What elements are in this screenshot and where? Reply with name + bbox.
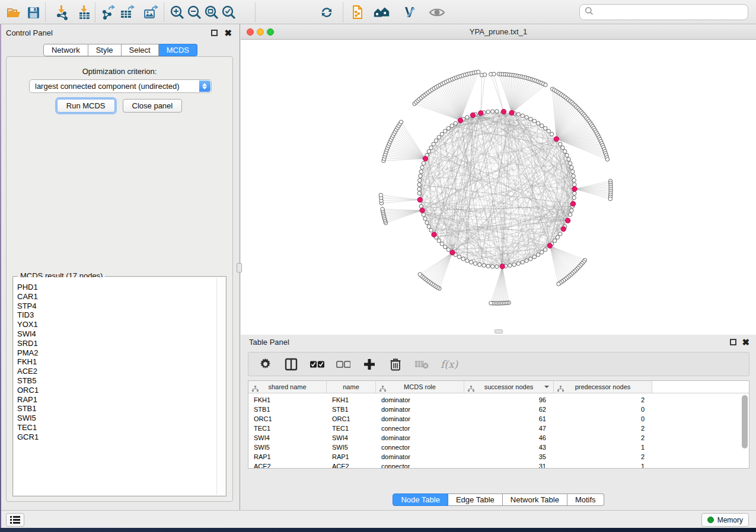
- column-header-successor-nodes[interactable]: successor nodes: [464, 381, 554, 393]
- ndex-houses-icon[interactable]: [373, 4, 391, 21]
- table-panel: Table Panel ✖ f(x): [241, 335, 756, 510]
- open-file-icon[interactable]: [5, 4, 23, 21]
- mcds-result-item[interactable]: YOX1: [14, 320, 225, 329]
- mcds-result-item[interactable]: TID3: [14, 310, 225, 320]
- mcds-result-item[interactable]: TEC1: [14, 423, 225, 432]
- table-row[interactable]: FKH1 FKH1 dominator 96 2: [248, 395, 749, 405]
- column-header-shared-name[interactable]: shared name: [248, 381, 327, 393]
- tab-mcds[interactable]: MCDS: [159, 44, 197, 56]
- task-history-button[interactable]: [6, 513, 24, 527]
- cell-successor-nodes: 35: [464, 452, 554, 462]
- function-builder-icon[interactable]: f(x): [441, 358, 458, 370]
- mcds-result-item[interactable]: CAR1: [14, 292, 225, 302]
- memory-button[interactable]: Memory: [701, 513, 749, 527]
- mcds-result-item[interactable]: GCR1: [14, 432, 225, 442]
- tab-node-table[interactable]: Node Table: [393, 493, 448, 506]
- delete-column-trash-icon[interactable]: [388, 357, 403, 371]
- cell-predecessor-nodes: 1: [554, 462, 652, 469]
- tab-edge-table[interactable]: Edge Table: [448, 493, 503, 506]
- close-panel-icon[interactable]: ✖: [224, 30, 232, 36]
- window-resize-handle[interactable]: [495, 329, 503, 334]
- search-input[interactable]: [596, 7, 748, 18]
- mcds-result-item[interactable]: FKH1: [14, 357, 225, 367]
- table-row[interactable]: SWI4 SWI4 dominator 46 2: [248, 433, 749, 443]
- mcds-result-item[interactable]: SWI4: [14, 329, 225, 339]
- cell-name: TEC1: [327, 424, 376, 433]
- cell-predecessor-nodes: 2: [554, 424, 652, 433]
- import-network-icon[interactable]: [53, 4, 71, 21]
- settings-gear-icon[interactable]: [258, 357, 272, 371]
- network-document-icon[interactable]: [349, 4, 366, 21]
- select-all-icon[interactable]: [310, 357, 324, 371]
- delete-table-icon[interactable]: [414, 357, 429, 371]
- search-field[interactable]: [579, 4, 748, 20]
- mcds-result-item[interactable]: ACE2: [14, 367, 225, 376]
- visibility-eye-icon[interactable]: [428, 4, 446, 21]
- export-network-icon[interactable]: [100, 4, 117, 21]
- graphics-details-toggle-icon[interactable]: [401, 4, 419, 21]
- table-row[interactable]: STB1 STB1 dominator 62 0: [248, 405, 749, 414]
- mcds-result-item[interactable]: PMA2: [14, 348, 225, 358]
- tab-network-table[interactable]: Network Table: [503, 493, 567, 506]
- run-mcds-button[interactable]: Run MCDS: [57, 99, 115, 113]
- zoom-fit-icon[interactable]: [203, 4, 221, 21]
- cell-name: SWI5: [327, 443, 376, 452]
- cell-predecessor-nodes: 2: [554, 433, 652, 443]
- cell-mcds-role: connector: [376, 424, 464, 433]
- table-row[interactable]: ORC1 ORC1 dominator 61 0: [248, 414, 749, 424]
- tab-style[interactable]: Style: [88, 44, 122, 56]
- cell-shared-name: FKH1: [248, 395, 327, 405]
- table-row[interactable]: SWI5 SWI5 connector 43 1: [248, 443, 749, 452]
- close-table-panel-icon[interactable]: ✖: [742, 339, 749, 345]
- zoom-in-icon[interactable]: [168, 4, 186, 21]
- mcds-result-item[interactable]: SWI5: [14, 414, 225, 423]
- memory-status-icon: [707, 517, 714, 523]
- mcds-list-scrollbar[interactable]: [216, 278, 225, 495]
- table-row[interactable]: RAP1 RAP1 dominator 35 2: [248, 452, 749, 462]
- column-menu-chevron-icon[interactable]: [544, 386, 549, 388]
- zoom-out-icon[interactable]: [186, 4, 203, 21]
- column-header-mcds-role[interactable]: MCDS role: [376, 381, 464, 393]
- mcds-result-item[interactable]: SRD1: [14, 339, 225, 348]
- save-session-icon[interactable]: [24, 4, 42, 21]
- cell-name: RAP1: [327, 452, 376, 462]
- column-header-predecessor-nodes[interactable]: predecessor nodes: [554, 381, 652, 393]
- network-graph[interactable]: [241, 40, 756, 335]
- refresh-icon[interactable]: [318, 4, 336, 21]
- table-row[interactable]: ACE2 ACE2 connector 31 1: [248, 462, 749, 469]
- float-panel-icon[interactable]: [211, 30, 218, 36]
- mcds-result-item[interactable]: STP4: [14, 302, 225, 311]
- tab-network[interactable]: Network: [43, 44, 88, 56]
- close-panel-button[interactable]: Close panel: [123, 99, 183, 113]
- toggle-columns-icon[interactable]: [284, 357, 298, 371]
- table-row[interactable]: TEC1 TEC1 connector 47 2: [248, 424, 749, 433]
- network-window-titlebar[interactable]: YPA_prune.txt_1: [241, 24, 756, 40]
- mcds-result-item[interactable]: ORC1: [14, 386, 225, 395]
- mcds-result-item[interactable]: STB1: [14, 404, 225, 414]
- cell-mcds-role: dominator: [376, 452, 464, 462]
- column-header-name[interactable]: name: [327, 381, 376, 393]
- float-table-panel-icon[interactable]: [730, 339, 736, 345]
- import-table-icon[interactable]: [75, 4, 93, 21]
- cell-shared-name: SWI5: [248, 443, 327, 452]
- export-image-icon[interactable]: [142, 4, 160, 21]
- mcds-result-item[interactable]: RAP1: [14, 395, 225, 405]
- cell-predecessor-nodes: 0: [554, 405, 652, 414]
- search-icon: [585, 7, 594, 18]
- cell-predecessor-nodes: 0: [554, 414, 652, 424]
- tab-motifs[interactable]: Motifs: [567, 493, 604, 506]
- panel-divider-handle[interactable]: [237, 263, 242, 273]
- add-column-icon[interactable]: [362, 357, 377, 371]
- toolbar-separator: [45, 2, 46, 22]
- control-panel-title: Control Panel: [6, 28, 53, 37]
- mcds-result-item[interactable]: STB5: [14, 376, 225, 386]
- deselect-all-icon[interactable]: [336, 357, 350, 371]
- cell-mcds-role: dominator: [376, 395, 464, 405]
- mcds-result-item[interactable]: PHD1: [14, 283, 225, 292]
- zoom-selected-icon[interactable]: [220, 4, 238, 21]
- tab-select[interactable]: Select: [122, 44, 159, 56]
- criterion-dropdown[interactable]: largest connected component (undirected): [29, 79, 212, 93]
- table-scrollbar-thumb[interactable]: [742, 395, 748, 448]
- network-canvas[interactable]: [241, 40, 756, 335]
- export-table-icon[interactable]: [119, 4, 136, 21]
